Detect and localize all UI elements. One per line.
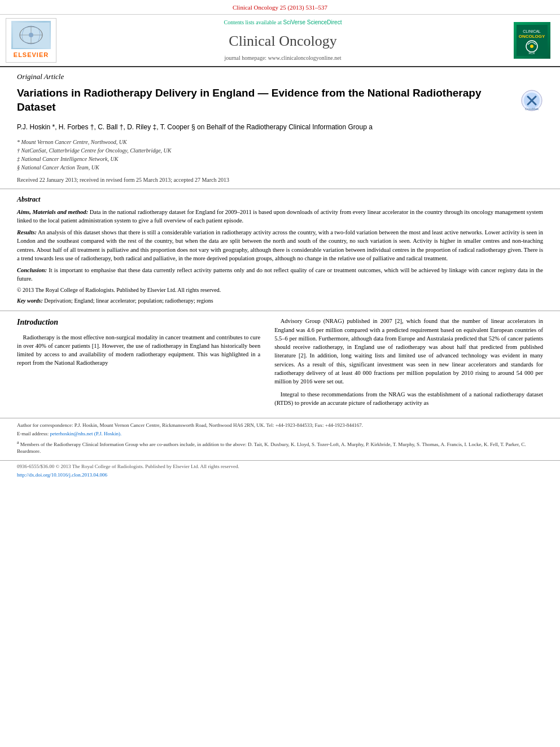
journal-title: Clinical Oncology <box>229 31 336 51</box>
article-title-section: Variations in Radiotherapy Delivery in E… <box>0 84 560 119</box>
journal-homepage: journal homepage: www.clinicaloncologyon… <box>224 54 341 62</box>
conclusion-label: Conclusion: <box>17 267 47 273</box>
abstract-conclusion: Conclusion: It is important to emphasise… <box>17 266 543 283</box>
footnote-members-text: Members of the Radiotherapy Clinical Inf… <box>17 442 526 455</box>
svg-text:ONCOLOGY: ONCOLOGY <box>518 34 545 39</box>
affiliation-3: ‡ National Cancer Intelligence Network, … <box>17 155 543 163</box>
footnote-correspondence-text: P.J. Hoskin, Mount Vernon Cancer Centre,… <box>73 422 363 428</box>
received-dates: Received 22 January 2013; received in re… <box>0 174 560 189</box>
bottom-bar: 0936-6555/$36.00 © 2013 The Royal Colleg… <box>0 460 560 480</box>
intro-paragraph-3: Integral to these recommendations from t… <box>274 390 543 407</box>
affiliation-2: † NatCanSat, Clatterbridge Centre for On… <box>17 146 543 155</box>
copyright-line: © 2013 The Royal College of Radiologists… <box>17 286 543 295</box>
authors-line: P.J. Hoskin *, H. Forbes †, C. Ball †, D… <box>17 122 543 132</box>
authors-section: P.J. Hoskin *, H. Forbes †, C. Ball †, D… <box>0 119 560 136</box>
abstract-results: Results: An analysis of this dataset sho… <box>17 228 543 263</box>
sciverse-line: Contents lists available at SciVerse Sci… <box>224 19 342 27</box>
journal-header: Clinical Oncology 25 (2013) 531–537 <box>0 0 560 15</box>
issn-line: 0936-6555/$36.00 © 2013 The Royal Colleg… <box>17 463 543 470</box>
footnote-email-label: E-mail address: <box>17 431 49 436</box>
keywords-text: Deprivation; England; linear accelerator… <box>43 298 213 304</box>
footnote-members: a Members of the Radiotherapy Clinical I… <box>17 439 543 455</box>
journal-citation: Clinical Oncology 25 (2013) 531–537 <box>233 4 327 11</box>
main-content: Introduction Radiotherapy is the most ef… <box>0 311 560 417</box>
keywords-label: Key words: <box>17 298 43 304</box>
intro-paragraph-2: Advisory Group (NRAG) published in 2007 … <box>274 317 543 386</box>
right-column: Advisory Group (NRAG) published in 2007 … <box>269 317 560 412</box>
results-label: Results: <box>17 229 37 235</box>
footnote-section: Author for correspondence: P.J. Hoskin, … <box>0 418 560 460</box>
footnote-correspondence-label: Author for correspondence: <box>17 422 73 428</box>
affiliation-4: § National Cancer Action Team, UK <box>17 163 543 172</box>
footnote-email-text[interactable]: peterhoskin@nhs.net (P.J. Hoskin). <box>49 431 121 436</box>
article-title-container: Variations in Radiotherapy Delivery in E… <box>17 86 515 114</box>
clinical-oncology-logo: CLINICAL ONCOLOGY RCR <box>514 22 550 59</box>
article-title: Variations in Radiotherapy Delivery in E… <box>17 86 515 114</box>
banner-right: CLINICAL ONCOLOGY RCR <box>509 18 554 62</box>
doi-link[interactable]: http://dx.doi.org/10.1016/j.clon.2013.04… <box>17 471 543 479</box>
aims-label: Aims, Materials and method: <box>17 209 88 215</box>
introduction-heading: Introduction <box>17 317 260 328</box>
left-column: Introduction Radiotherapy is the most ef… <box>0 317 269 412</box>
svg-point-9 <box>530 45 533 48</box>
svg-text:RCR: RCR <box>528 51 535 55</box>
top-banner: ELSEVIER Contents lists available at Sci… <box>0 15 560 67</box>
aims-text: Data in the national radiotherapy datase… <box>17 209 543 224</box>
affiliations: * Mount Vernon Cancer Centre, Northwood,… <box>0 136 560 174</box>
abstract-title: Abstract <box>17 195 543 204</box>
footnote-email: E-mail address: peterhoskin@nhs.net (P.J… <box>17 430 543 438</box>
svg-text:CLINICAL: CLINICAL <box>523 29 541 33</box>
conclusion-text: It is important to emphasise that these … <box>17 267 543 282</box>
abstract-aims: Aims, Materials and method: Data in the … <box>17 208 543 225</box>
intro-paragraph-1: Radiotherapy is the most effective non-s… <box>17 333 260 368</box>
results-text: An analysis of this dataset shows that t… <box>17 229 543 261</box>
svg-point-4 <box>29 33 33 37</box>
crossmark-logo[interactable]: CrossMark <box>520 89 543 112</box>
sciverse-link-text[interactable]: SciVerse ScienceDirect <box>283 19 342 25</box>
footnote-correspondence: Author for correspondence: P.J. Hoskin, … <box>17 422 543 429</box>
elsevier-brand-label: ELSEVIER <box>14 51 49 59</box>
elsevier-logo-art <box>11 21 51 49</box>
abstract-section: Abstract Aims, Materials and method: Dat… <box>0 189 560 311</box>
article-type: Original Article <box>0 67 560 84</box>
svg-text:CrossMark: CrossMark <box>525 107 539 111</box>
elsevier-logo: ELSEVIER <box>6 18 56 62</box>
banner-center: Contents lists available at SciVerse Sci… <box>62 18 504 62</box>
affiliation-1: * Mount Vernon Cancer Centre, Northwood,… <box>17 138 543 146</box>
keywords-line: Key words: Deprivation; England; linear … <box>17 297 543 305</box>
